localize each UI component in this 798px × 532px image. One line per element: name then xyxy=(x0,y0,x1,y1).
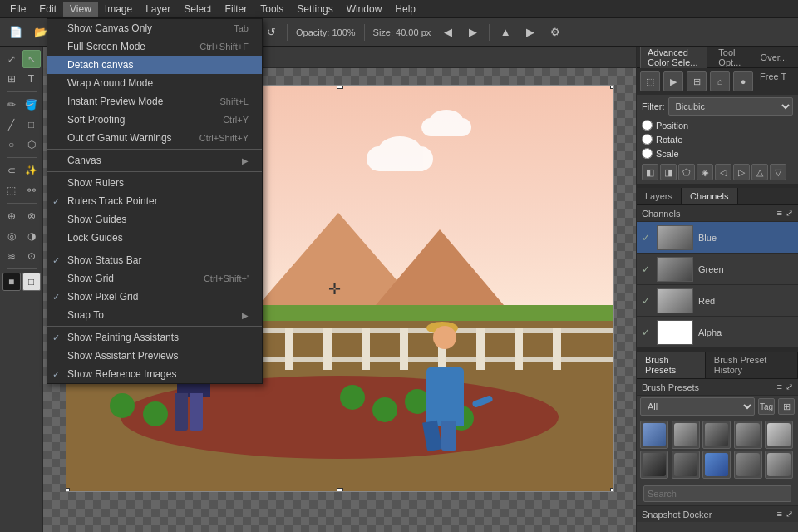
channel-green[interactable]: ✓ Green xyxy=(637,254,798,285)
blur-tool[interactable]: ◎ xyxy=(2,227,21,245)
fill-tool[interactable]: 🪣 xyxy=(22,96,41,114)
brush-7[interactable] xyxy=(672,451,700,479)
channels-expand-btn[interactable]: ⤢ xyxy=(786,208,793,219)
brush-1[interactable] xyxy=(640,421,668,449)
tg-btn-8[interactable]: ▽ xyxy=(770,164,786,180)
type-tool[interactable]: T xyxy=(22,70,41,88)
options-btn[interactable]: ⚙ xyxy=(544,22,566,43)
channel-red[interactable]: ✓ Red xyxy=(637,285,798,317)
layers-tab[interactable]: Layers xyxy=(637,188,682,204)
tg-btn-4[interactable]: ◈ xyxy=(697,164,713,180)
menu-canvas-sub[interactable]: Canvas ▶ xyxy=(47,151,262,170)
menu-help[interactable]: Help xyxy=(388,2,422,17)
filter-select[interactable]: Bicubic xyxy=(668,97,794,116)
menu-soft-proofing[interactable]: Soft Proofing Ctrl+Y xyxy=(47,111,262,129)
brush-search-input[interactable] xyxy=(643,485,791,502)
brush-settings-btn[interactable]: ≡ xyxy=(777,382,782,392)
tri-btn1[interactable]: ▲ xyxy=(495,22,516,43)
brush-4[interactable] xyxy=(734,421,762,449)
new-doc-btn[interactable]: 📄 xyxy=(5,22,27,43)
dodge-tool[interactable]: ◑ xyxy=(22,227,41,245)
brush-view-btn[interactable]: ⊞ xyxy=(778,398,795,415)
sel-handle-br[interactable] xyxy=(610,488,614,492)
magic-wand-tool[interactable]: ✨ xyxy=(22,161,41,180)
tab-tool-opt[interactable]: Tool Opt... xyxy=(711,47,749,70)
snapshot-expand-btn[interactable]: ⤢ xyxy=(786,509,793,520)
menu-detach-canvas[interactable]: Detach canvas xyxy=(47,56,262,74)
menu-rulers-track[interactable]: ✓ Rulers Track Pointer xyxy=(47,192,262,210)
reset-btn[interactable]: ↺ xyxy=(260,22,282,43)
channels-tab[interactable]: Channels xyxy=(682,188,737,204)
menu-show-guides[interactable]: Show Guides xyxy=(47,210,262,229)
channels-settings-btn[interactable]: ≡ xyxy=(777,208,782,219)
ellipse-tool[interactable]: ○ xyxy=(2,135,21,154)
tab-over[interactable]: Over... xyxy=(753,50,795,65)
menu-layer[interactable]: Layer xyxy=(139,2,177,17)
menu-window[interactable]: Window xyxy=(340,2,389,17)
brush-3[interactable] xyxy=(702,421,731,449)
rotate-radio[interactable] xyxy=(642,134,653,145)
tg-btn-2[interactable]: ◨ xyxy=(660,164,677,180)
select-tool[interactable]: ⬚ xyxy=(2,181,21,200)
paint-tool[interactable]: ✏ xyxy=(2,96,21,114)
sel-handle-tr[interactable] xyxy=(610,85,614,89)
smudge-tool[interactable]: ≋ xyxy=(2,247,21,265)
menu-edit[interactable]: Edit xyxy=(32,2,63,17)
cursor-tool[interactable]: ↖ xyxy=(22,50,41,68)
crop-tool[interactable]: ⊞ xyxy=(2,70,21,88)
position-option[interactable]: Position xyxy=(637,118,798,132)
menu-show-canvas-only[interactable]: Show Canvas Only Tab xyxy=(47,19,262,37)
menu-show-grid[interactable]: Show Grid Ctrl+Shift+' xyxy=(47,269,262,288)
menu-snap-to[interactable]: Snap To ▶ xyxy=(47,306,262,324)
menu-tools[interactable]: Tools xyxy=(254,2,290,17)
brush-9[interactable] xyxy=(734,451,762,479)
menu-show-pixel-grid[interactable]: ✓ Show Pixel Grid xyxy=(47,288,262,306)
position-radio[interactable] xyxy=(642,120,653,131)
scale-radio[interactable] xyxy=(642,148,653,159)
assistant-tool[interactable]: ⊙ xyxy=(22,247,41,265)
sel-handle-bl[interactable] xyxy=(66,488,70,492)
tg-btn-3[interactable]: ⬠ xyxy=(678,164,695,180)
brush-tag-btn[interactable]: Tag xyxy=(758,398,775,415)
menu-full-screen[interactable]: Full Screen Mode Ctrl+Shift+F xyxy=(47,37,262,56)
menu-gamut-warnings[interactable]: Out of Gamut Warnings Ctrl+Shift+Y xyxy=(47,129,262,147)
size-up-btn[interactable]: ▶ xyxy=(462,22,484,43)
menu-show-painting[interactable]: ✓ Show Painting Assistants xyxy=(47,328,262,347)
tg-btn-6[interactable]: ▷ xyxy=(733,164,750,180)
sel-handle-tc[interactable] xyxy=(337,85,343,89)
tg-btn-5[interactable]: ◁ xyxy=(715,164,732,180)
brush-history-tab[interactable]: Brush Preset History xyxy=(706,352,798,378)
menu-show-rulers[interactable]: Show Rulers xyxy=(47,174,262,192)
lasso-tool[interactable]: ⊂ xyxy=(2,161,21,180)
menu-lock-guides[interactable]: Lock Guides xyxy=(47,229,262,247)
menu-view[interactable]: View xyxy=(63,2,98,17)
transform-btn-3[interactable]: ⊞ xyxy=(687,71,707,91)
menu-image[interactable]: Image xyxy=(98,2,139,17)
brush-8[interactable] xyxy=(702,451,731,479)
scale-option[interactable]: Scale xyxy=(637,146,798,160)
fuzzy-tool[interactable]: ⚯ xyxy=(22,181,41,200)
menu-filter[interactable]: Filter xyxy=(219,2,254,17)
channel-alpha[interactable]: ✓ Alpha xyxy=(637,317,798,348)
brush-expand-btn[interactable]: ⤢ xyxy=(786,382,793,392)
tri-btn2[interactable]: ▶ xyxy=(520,22,541,43)
menu-file[interactable]: File xyxy=(3,2,32,17)
brush-presets-tab[interactable]: Brush Presets xyxy=(637,352,706,378)
brush-category-select[interactable]: All xyxy=(640,397,755,416)
sel-handle-bc[interactable] xyxy=(337,488,343,492)
snapshot-settings-btn[interactable]: ≡ xyxy=(777,509,782,520)
brush-10[interactable] xyxy=(765,451,793,479)
menu-show-reference[interactable]: ✓ Show Reference Images xyxy=(47,365,262,383)
menu-show-status[interactable]: ✓ Show Status Bar xyxy=(47,251,262,269)
shape-tool[interactable]: □ xyxy=(22,116,41,134)
brush-2[interactable] xyxy=(672,421,700,449)
heal-tool[interactable]: ⊗ xyxy=(22,207,41,225)
polygon-tool[interactable]: ⬡ xyxy=(22,135,41,154)
tg-btn-7[interactable]: △ xyxy=(751,164,768,180)
clone-tool[interactable]: ⊕ xyxy=(2,207,21,225)
brush-5[interactable] xyxy=(765,421,793,449)
background-color[interactable]: □ xyxy=(22,273,41,291)
transform-tool[interactable]: ⤢ xyxy=(2,50,21,68)
brush-6[interactable] xyxy=(640,451,668,479)
transform-btn-2[interactable]: ▶ xyxy=(663,71,683,91)
